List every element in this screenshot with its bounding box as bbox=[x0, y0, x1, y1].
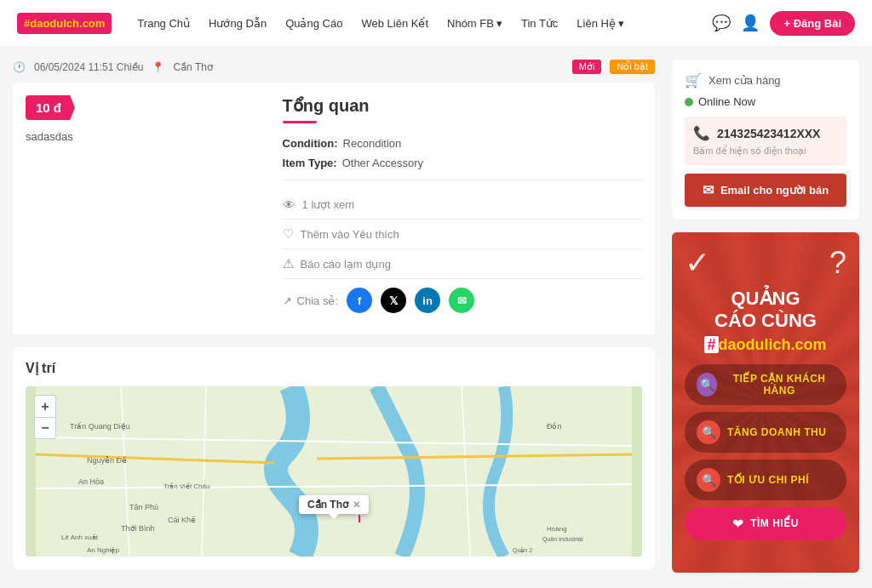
share-facebook-button[interactable]: f bbox=[347, 288, 372, 313]
ad-hashtag-text: daodulich.com bbox=[719, 336, 827, 353]
map-popup: Cần Thơ ✕ bbox=[299, 495, 369, 514]
item-type-row: Item Type: Other Accessory bbox=[283, 157, 642, 169]
nav-weblienket[interactable]: Web Liên Kết bbox=[361, 17, 428, 30]
svg-text:Quận 2: Quận 2 bbox=[513, 547, 532, 554]
condition-row: Condition: Recondition bbox=[283, 137, 642, 150]
store-row: 🛒 Xem cửa hàng bbox=[685, 72, 846, 88]
ad-banner: ✓ ? QUẢNG CÁO CÙNG #daodulich.com 🔍 TIẾP… bbox=[672, 232, 859, 573]
phone-hint: Bấm để hiện số điện thoại bbox=[693, 146, 838, 157]
ad-deco-row: ✓ ? bbox=[685, 245, 846, 281]
phone-card: 📞 214325423412XXX Bấm để hiện số điện th… bbox=[685, 117, 846, 165]
map-zoom-in[interactable]: + bbox=[34, 395, 56, 417]
ad-btn-label-2: TĂNG DOANH THU bbox=[727, 426, 826, 438]
share-linkedin-button[interactable]: in bbox=[415, 288, 440, 313]
ad-btn-label-1: TIẾP CẬN KHÁCH HÀNG bbox=[724, 373, 835, 397]
svg-text:Thới Bình: Thới Bình bbox=[121, 524, 155, 533]
views-row: 👁 1 lượt xem bbox=[283, 191, 642, 220]
svg-text:Nguyễn Đề: Nguyễn Đề bbox=[87, 456, 127, 465]
online-indicator bbox=[685, 98, 693, 106]
favorite-label: Thêm vào Yêu thích bbox=[301, 228, 399, 241]
clock-icon: 🕐 bbox=[13, 61, 26, 73]
svg-text:Cái Khế: Cái Khế bbox=[168, 516, 196, 524]
nav-nhomfb[interactable]: Nhóm FB ▾ bbox=[447, 17, 502, 30]
ad-checkmark: ✓ bbox=[685, 245, 710, 281]
nav-tintuc[interactable]: Tin Tức bbox=[521, 17, 558, 30]
svg-text:Quân Industrial: Quân Industrial bbox=[542, 536, 583, 543]
store-label[interactable]: Xem cửa hàng bbox=[708, 74, 781, 87]
item-type-value: Other Accessory bbox=[342, 157, 423, 169]
ad-btn-icon-1: 🔍 bbox=[697, 373, 717, 397]
share-row: ↗ Chia sẻ: f 𝕏 in ✉ bbox=[283, 279, 642, 322]
meta-bar: 🕐 06/05/2024 11:51 Chiều 📍 Cần Thơ Mới N… bbox=[13, 60, 655, 74]
user-icon[interactable]: 👤 bbox=[741, 14, 760, 32]
svg-text:Trấn Quang Diệu: Trấn Quang Diệu bbox=[70, 422, 130, 431]
ad-question-mark: ? bbox=[829, 245, 846, 281]
sidebar: 🛒 Xem cửa hàng Online Now 📞 214325423412… bbox=[672, 60, 859, 573]
email-btn-label: Email cho người bán bbox=[720, 184, 829, 197]
ad-content: ✓ ? QUẢNG CÁO CÙNG #daodulich.com 🔍 TIẾP… bbox=[685, 245, 846, 540]
main-content: 🕐 06/05/2024 11:51 Chiều 📍 Cần Thơ Mới N… bbox=[13, 60, 655, 573]
heart-icon: ♡ bbox=[283, 226, 294, 242]
phone-icon: 📞 bbox=[693, 125, 710, 141]
report-row[interactable]: ⚠ Báo cáo lạm dụng bbox=[283, 249, 642, 279]
share-whatsapp-button[interactable]: ✉ bbox=[449, 288, 474, 313]
price-tag: 10 đ bbox=[26, 95, 75, 120]
ad-title-line2: CÁO CÙNG bbox=[685, 310, 846, 332]
condition-value: Recondition bbox=[343, 137, 402, 150]
map-zoom-out[interactable]: − bbox=[34, 417, 56, 439]
nav-quangcao[interactable]: Quảng Cáo bbox=[285, 17, 342, 30]
ad-btn-tangdoanhthu[interactable]: 🔍 TĂNG DOANH THU bbox=[685, 412, 846, 453]
map-popup-close[interactable]: ✕ bbox=[353, 500, 360, 511]
ad-heart-icon: ❤ bbox=[732, 516, 743, 532]
listing-description: sadasdas bbox=[26, 130, 266, 143]
phone-number[interactable]: 214325423412XXX bbox=[717, 127, 820, 140]
header-actions: 💬 👤 + Đăng Bài bbox=[712, 11, 855, 36]
favorite-row[interactable]: ♡ Thêm vào Yêu thích bbox=[283, 220, 642, 249]
overview-title: Tổng quan bbox=[283, 95, 642, 116]
map-container: Trấn Quang Diệu Nguyễn Đề An Hòa Tân Phú… bbox=[26, 386, 642, 557]
price-value: 10 đ bbox=[36, 100, 61, 115]
overview-section: Tổng quan Condition: Recondition Item Ty… bbox=[283, 95, 642, 322]
warning-icon: ⚠ bbox=[283, 256, 294, 271]
share-label: ↗ Chia sẻ: bbox=[283, 294, 338, 307]
store-card: 🛒 Xem cửa hàng Online Now 📞 214325423412… bbox=[672, 60, 859, 220]
map-controls: + − bbox=[34, 395, 56, 439]
ad-btn-icon-3: 🔍 bbox=[697, 468, 720, 492]
svg-text:Trần Viết Châu: Trần Viết Châu bbox=[164, 482, 209, 490]
post-button[interactable]: + Đăng Bài bbox=[770, 11, 855, 36]
ad-hash-symbol: # bbox=[704, 336, 718, 353]
badge-moi: Mới bbox=[572, 60, 602, 74]
divider-1 bbox=[283, 180, 642, 180]
svg-text:Lê Anh xuất: Lê Anh xuất bbox=[61, 534, 99, 541]
ad-title-line1: QUẢNG bbox=[685, 288, 846, 310]
ad-btn-tiepcan[interactable]: 🔍 TIẾP CẬN KHÁCH HÀNG bbox=[685, 364, 846, 405]
nav-trangchu[interactable]: Trang Chủ bbox=[137, 17, 190, 30]
post-location: Cần Thơ bbox=[173, 61, 212, 73]
ad-btn-label-4: TÌM HIỂU bbox=[750, 517, 799, 529]
email-seller-button[interactable]: ✉ Email cho người bán bbox=[685, 174, 846, 207]
ad-title: QUẢNG CÁO CÙNG bbox=[685, 288, 846, 333]
page-container: 🕐 06/05/2024 11:51 Chiều 📍 Cần Thơ Mới N… bbox=[0, 47, 872, 585]
vitri-section: Vị trí bbox=[13, 347, 655, 569]
item-type-label: Item Type: bbox=[283, 157, 337, 169]
logo[interactable]: #daodulch.com bbox=[17, 13, 112, 34]
ad-btn-timhieu[interactable]: ❤ TÌM HIỂU bbox=[685, 507, 846, 540]
location-icon: 📍 bbox=[152, 61, 164, 73]
ad-btn-icon-2: 🔍 bbox=[697, 420, 720, 444]
map-svg: Trấn Quang Diệu Nguyễn Đề An Hòa Tân Phú… bbox=[26, 386, 642, 557]
nav-huongdan[interactable]: Hướng Dẫn bbox=[209, 17, 267, 30]
ad-btn-toiuu[interactable]: 🔍 TỐI ƯU CHI PHÍ bbox=[685, 460, 846, 500]
vitri-title: Vị trí bbox=[26, 360, 642, 376]
nav-lienhe[interactable]: Liên Hệ ▾ bbox=[577, 17, 624, 30]
chat-icon[interactable]: 💬 bbox=[712, 14, 731, 32]
overview-underline bbox=[283, 121, 317, 123]
badge-noibat: Nổi bật bbox=[610, 60, 655, 74]
header: #daodulch.com Trang Chủ Hướng Dẫn Quảng … bbox=[0, 0, 872, 47]
online-status: Online Now bbox=[685, 95, 846, 108]
svg-text:Tân Phú: Tân Phú bbox=[129, 503, 158, 511]
online-label: Online Now bbox=[698, 95, 755, 108]
eye-icon: 👁 bbox=[283, 197, 295, 212]
logo-suffix: .com bbox=[79, 17, 105, 30]
share-twitter-button[interactable]: 𝕏 bbox=[381, 288, 406, 313]
share-icon: ↗ bbox=[283, 294, 292, 307]
